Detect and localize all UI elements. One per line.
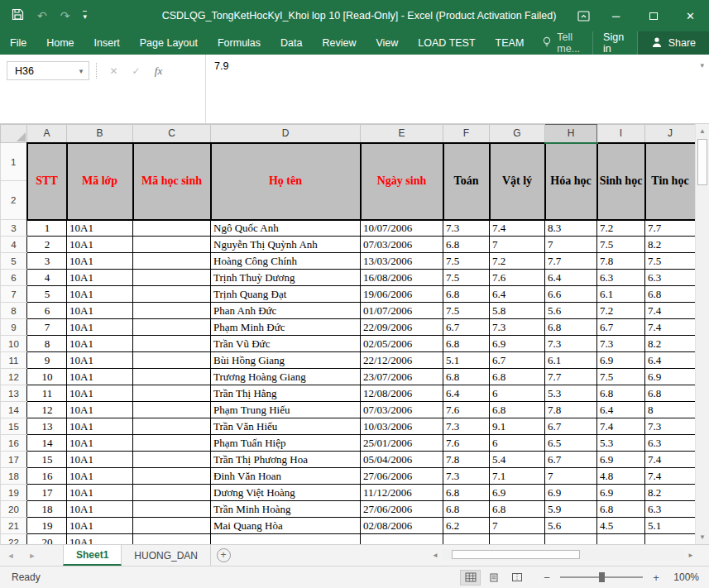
redo-icon[interactable]: ↷ bbox=[60, 9, 70, 22]
cell[interactable]: 6.7 bbox=[443, 319, 490, 336]
cell[interactable]: 8.2 bbox=[645, 237, 696, 253]
cell[interactable]: 6.8 bbox=[443, 336, 490, 352]
cell[interactable]: 7.3 bbox=[443, 418, 490, 435]
cell[interactable]: 5.8 bbox=[490, 303, 545, 319]
cell[interactable]: 6.9 bbox=[597, 452, 645, 468]
ribbon-tab-team[interactable]: TEAM bbox=[486, 31, 534, 55]
cell[interactable]: 10/03/2006 bbox=[361, 418, 443, 435]
cell[interactable]: 3 bbox=[27, 253, 67, 270]
cell[interactable]: Trần Minh Hoàng bbox=[211, 501, 361, 518]
cell[interactable]: 6.8 bbox=[443, 286, 490, 303]
cell[interactable]: 7.4 bbox=[645, 468, 696, 485]
scroll-left-icon[interactable]: ◄ bbox=[429, 552, 442, 559]
maximize-button[interactable] bbox=[635, 0, 672, 31]
cell[interactable]: 6.5 bbox=[545, 435, 597, 452]
scroll-up-icon[interactable]: ▲ bbox=[696, 124, 709, 138]
cell[interactable]: 6.9 bbox=[597, 352, 645, 369]
column-header-A[interactable]: A bbox=[27, 125, 67, 143]
cell[interactable]: 10A1 bbox=[67, 501, 133, 518]
cell[interactable]: 7 bbox=[545, 468, 597, 485]
cell[interactable]: 8.2 bbox=[645, 336, 696, 352]
cell[interactable]: 6.3 bbox=[645, 435, 696, 452]
row-header[interactable]: 18 bbox=[1, 468, 27, 485]
column-header-B[interactable]: B bbox=[67, 125, 133, 143]
enter-icon[interactable]: ✓ bbox=[125, 65, 147, 77]
cell[interactable]: Dương Việt Hoàng bbox=[211, 485, 361, 501]
cell[interactable]: Trần Văn Hiếu bbox=[211, 418, 361, 435]
cell[interactable]: 18 bbox=[27, 501, 67, 518]
cell[interactable]: 6.8 bbox=[645, 385, 696, 402]
cell[interactable]: 7.3 bbox=[645, 418, 696, 435]
sign-in-button[interactable]: Sign in bbox=[592, 31, 638, 55]
cell[interactable]: 6.2 bbox=[443, 518, 490, 534]
cell[interactable]: 22/09/2006 bbox=[361, 319, 443, 336]
zoom-in-icon[interactable]: + bbox=[650, 571, 662, 584]
cell[interactable]: 1 bbox=[27, 220, 67, 237]
cell[interactable]: 4.8 bbox=[597, 468, 645, 485]
cell[interactable]: 6.3 bbox=[645, 501, 696, 518]
cell[interactable]: 10A1 bbox=[67, 286, 133, 303]
cell[interactable]: 6.1 bbox=[597, 286, 645, 303]
cell[interactable]: Trịnh Thuỳ Dương bbox=[211, 270, 361, 286]
row-header[interactable]: 15 bbox=[1, 418, 27, 435]
cell[interactable] bbox=[133, 534, 211, 545]
ribbon-tab-file[interactable]: File bbox=[0, 31, 36, 55]
cell[interactable]: 23/07/2006 bbox=[361, 369, 443, 385]
cell[interactable]: 19/06/2006 bbox=[361, 286, 443, 303]
cell[interactable] bbox=[133, 237, 211, 253]
ribbon-tab-insert[interactable]: Insert bbox=[84, 31, 130, 55]
cell[interactable]: 6.3 bbox=[597, 270, 645, 286]
formula-bar[interactable]: 7.9 ▾ bbox=[205, 55, 709, 123]
share-button[interactable]: Share bbox=[638, 31, 709, 55]
cell[interactable]: 7.5 bbox=[443, 253, 490, 270]
cell[interactable]: 9.1 bbox=[490, 418, 545, 435]
ribbon-tab-view[interactable]: View bbox=[366, 31, 408, 55]
cell[interactable]: 10A1 bbox=[67, 220, 133, 237]
cell[interactable]: 2 bbox=[27, 237, 67, 253]
ribbon-tab-page-layout[interactable]: Page Layout bbox=[130, 31, 208, 55]
cell[interactable]: 6.7 bbox=[545, 452, 597, 468]
name-box[interactable]: H36 ▾ bbox=[7, 61, 89, 80]
tell-me-button[interactable]: Tell me... bbox=[534, 31, 592, 55]
cell[interactable]: 10A1 bbox=[67, 485, 133, 501]
zoom-slider-thumb[interactable] bbox=[599, 572, 605, 582]
table-header-cell[interactable]: Sinh học bbox=[597, 143, 645, 220]
cell[interactable]: 6.8 bbox=[443, 485, 490, 501]
horizontal-scrollbar-track[interactable] bbox=[442, 549, 684, 561]
cell[interactable]: 02/08/2006 bbox=[361, 518, 443, 534]
cell[interactable]: 7.5 bbox=[443, 270, 490, 286]
cell[interactable]: 10A1 bbox=[67, 303, 133, 319]
cell[interactable]: 27/06/2006 bbox=[361, 468, 443, 485]
normal-view-icon[interactable] bbox=[460, 570, 481, 586]
name-box-dropdown-icon[interactable]: ▾ bbox=[74, 67, 89, 75]
horizontal-scrollbar[interactable]: ◄ ► bbox=[429, 548, 697, 562]
cell[interactable]: 10A1 bbox=[67, 253, 133, 270]
cell[interactable]: 7.5 bbox=[645, 253, 696, 270]
zoom-slider[interactable] bbox=[560, 576, 643, 578]
cell[interactable]: 6.9 bbox=[490, 336, 545, 352]
cell[interactable]: 6.9 bbox=[597, 485, 645, 501]
cell[interactable] bbox=[133, 452, 211, 468]
column-header-G[interactable]: G bbox=[490, 125, 545, 143]
cell[interactable]: 20 bbox=[27, 534, 67, 545]
row-header[interactable]: 7 bbox=[1, 286, 27, 303]
cell[interactable]: Trịnh Quang Đạt bbox=[211, 286, 361, 303]
cell[interactable]: 7.2 bbox=[597, 303, 645, 319]
cancel-icon[interactable]: ✕ bbox=[103, 65, 125, 77]
row-header[interactable]: 19 bbox=[1, 485, 27, 501]
cell[interactable]: 5.4 bbox=[490, 452, 545, 468]
cell[interactable]: 7.4 bbox=[645, 452, 696, 468]
cell[interactable]: 6.4 bbox=[597, 402, 645, 418]
cell[interactable]: 4 bbox=[27, 270, 67, 286]
cell[interactable]: 19 bbox=[27, 518, 67, 534]
horizontal-scrollbar-thumb[interactable] bbox=[452, 550, 580, 559]
cell[interactable]: 10A1 bbox=[67, 385, 133, 402]
cell[interactable]: 7.2 bbox=[597, 220, 645, 237]
cell[interactable]: Phạm Tuấn Hiệp bbox=[211, 435, 361, 452]
cell[interactable]: 6.9 bbox=[645, 369, 696, 385]
cell[interactable]: Trần Vũ Đức bbox=[211, 336, 361, 352]
cell[interactable]: 10A1 bbox=[67, 270, 133, 286]
cell[interactable]: 7.3 bbox=[443, 220, 490, 237]
cell[interactable]: 10A1 bbox=[67, 518, 133, 534]
cell[interactable] bbox=[645, 534, 696, 545]
